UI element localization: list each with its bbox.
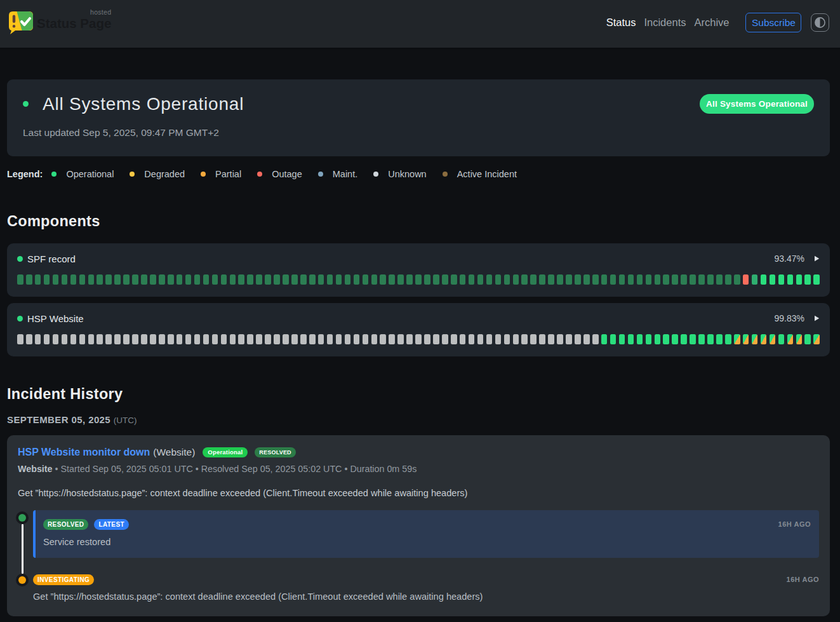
uptime-bar-unknown[interactable] [336,334,342,344]
uptime-bar-ok-dim[interactable] [62,274,68,285]
uptime-bar-ok-dim[interactable] [433,274,439,285]
uptime-bar-ok-dim[interactable] [628,274,634,285]
uptime-bar-unknown[interactable] [53,334,59,344]
uptime-bar-ok-dim[interactable] [35,274,41,285]
uptime-bar-unknown[interactable] [460,334,466,344]
uptime-bar-unknown[interactable] [486,334,493,344]
uptime-bar-ok-dim[interactable] [309,274,316,285]
uptime-bar-ok-dim[interactable] [583,274,590,285]
uptime-bar-ok-dim[interactable] [132,274,138,285]
uptime-bar-ok-dim[interactable] [655,274,661,285]
uptime-bar-ok-dim[interactable] [601,274,608,285]
uptime-bar-unknown[interactable] [300,334,307,344]
uptime-bar-unknown[interactable] [424,334,430,344]
uptime-bar-unknown[interactable] [230,334,236,344]
uptime-bar-unknown[interactable] [495,334,502,344]
uptime-bar-ok-dim[interactable] [477,274,484,285]
uptime-bar-unknown[interactable] [557,334,563,344]
uptime-bar-ok-dim[interactable] [274,274,280,285]
uptime-bar-ok[interactable] [698,334,705,344]
nav-link-archive[interactable]: Archive [690,17,733,29]
uptime-bar-ok[interactable] [663,334,669,344]
uptime-bar-ok-dim[interactable] [504,274,510,285]
uptime-bar-ok-dim[interactable] [238,274,244,285]
uptime-bar-ok-dim[interactable] [619,274,625,285]
uptime-bar-ok-dim[interactable] [185,274,192,285]
component-expand-arrow-icon[interactable] [814,255,820,262]
uptime-bar-ok-dim[interactable] [637,274,643,285]
uptime-bar-unknown[interactable] [354,334,360,344]
uptime-bar-ok[interactable] [628,334,634,344]
uptime-bar-ok-dim[interactable] [539,274,545,285]
uptime-bar-ok-dim[interactable] [26,274,32,285]
uptime-bar-unknown[interactable] [477,334,484,344]
uptime-bar-ok-dim[interactable] [291,274,298,285]
uptime-bar-unknown[interactable] [521,334,528,344]
uptime-bar-ok-dim[interactable] [548,274,554,285]
uptime-bar-unknown[interactable] [212,334,218,344]
uptime-bar-ok-dim[interactable] [159,274,165,285]
uptime-bar-ok-dim[interactable] [123,274,130,285]
logo[interactable]: hosted Status Page [9,11,111,34]
uptime-bar-ok-dim[interactable] [327,274,333,285]
uptime-bar-unknown[interactable] [406,334,413,344]
uptime-bar-unknown[interactable] [168,334,174,344]
uptime-bar-ok-dim[interactable] [521,274,528,285]
uptime-bar-ok-dim[interactable] [230,274,236,285]
uptime-bar-ok-dim[interactable] [114,274,121,285]
uptime-bar-ok-dim[interactable] [150,274,156,285]
uptime-bar-ok[interactable] [619,334,625,344]
uptime-bar-ok-dim[interactable] [734,274,740,285]
uptime-bar-unknown[interactable] [35,334,41,344]
uptime-bar-unknown[interactable] [397,334,404,344]
uptime-bar-ok[interactable] [787,274,794,285]
uptime-bar-unknown[interactable] [247,334,253,344]
uptime-bar-ok-dim[interactable] [371,274,378,285]
uptime-bar-unknown[interactable] [105,334,112,344]
subscribe-button[interactable]: Subscribe [745,13,801,32]
uptime-bar-mixed[interactable] [752,334,758,344]
uptime-bar-ok-dim[interactable] [97,274,103,285]
uptime-bar-unknown[interactable] [238,334,244,344]
uptime-bar-ok[interactable] [725,334,731,344]
uptime-bar-unknown[interactable] [575,334,581,344]
uptime-bar-ok-dim[interactable] [300,274,307,285]
uptime-bar-mixed[interactable] [743,334,749,344]
uptime-bar-unknown[interactable] [203,334,210,344]
uptime-bar-ok-dim[interactable] [53,274,59,285]
uptime-bar-ok[interactable] [601,334,608,344]
uptime-bar-unknown[interactable] [44,334,50,344]
uptime-bar-unknown[interactable] [185,334,192,344]
uptime-bar-unknown[interactable] [309,334,316,344]
uptime-bar-ok-dim[interactable] [247,274,253,285]
uptime-bar-ok-dim[interactable] [256,274,262,285]
uptime-bar-ok-dim[interactable] [283,274,289,285]
uptime-bar-unknown[interactable] [363,334,369,344]
uptime-bar-ok-dim[interactable] [380,274,386,285]
uptime-bar-unknown[interactable] [88,334,95,344]
uptime-bar-unknown[interactable] [592,334,599,344]
uptime-bar-ok-dim[interactable] [88,274,95,285]
uptime-bar-mixed[interactable] [734,334,740,344]
uptime-bar-ok[interactable] [681,334,687,344]
uptime-bar-ok-dim[interactable] [513,274,519,285]
uptime-bar-ok-dim[interactable] [415,274,422,285]
uptime-bar-ok-dim[interactable] [681,274,687,285]
uptime-bar-ok-dim[interactable] [177,274,183,285]
uptime-bar-unknown[interactable] [433,334,439,344]
uptime-bar-ok-dim[interactable] [141,274,147,285]
uptime-bar-unknown[interactable] [530,334,537,344]
uptime-bar-ok-dim[interactable] [486,274,493,285]
uptime-bar-unknown[interactable] [150,334,156,344]
uptime-bar-ok-dim[interactable] [725,274,731,285]
uptime-bar-mixed[interactable] [787,334,794,344]
uptime-bar-ok-dim[interactable] [575,274,581,285]
uptime-bar-ok-dim[interactable] [557,274,563,285]
uptime-bar-ok-dim[interactable] [610,274,617,285]
uptime-bar-unknown[interactable] [123,334,130,344]
uptime-bar-unknown[interactable] [79,334,86,344]
uptime-bar-unknown[interactable] [539,334,545,344]
uptime-bar-unknown[interactable] [566,334,572,344]
uptime-bar-unknown[interactable] [583,334,590,344]
uptime-bar-ok-dim[interactable] [690,274,696,285]
